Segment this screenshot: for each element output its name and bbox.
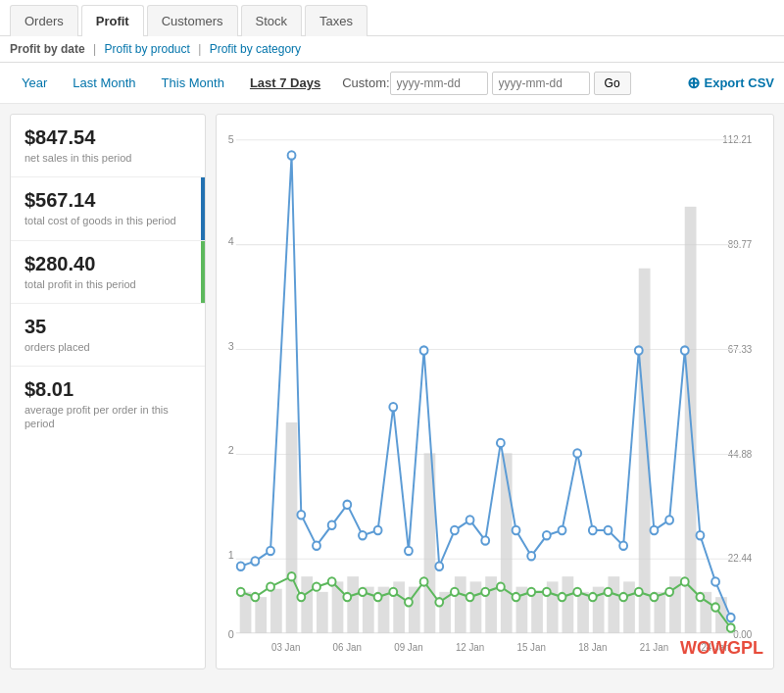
watermark-wow: WOW: [680, 638, 727, 658]
svg-point-79: [681, 346, 689, 354]
custom-label: Custom:: [342, 75, 389, 90]
svg-rect-24: [332, 581, 344, 632]
stat-cost-label: total cost of goods in this period: [24, 214, 191, 227]
export-csv-button[interactable]: ⊕ Export CSV: [687, 74, 774, 92]
svg-point-89: [328, 577, 336, 585]
svg-point-56: [328, 521, 336, 529]
separator: |: [93, 42, 96, 56]
svg-rect-34: [485, 576, 497, 633]
svg-point-73: [589, 526, 597, 534]
cost-bar-indicator: [201, 177, 205, 239]
profit-chart: 112.21 89.77 67.33 44.88 22.44 0.00 0 1 …: [226, 124, 763, 659]
svg-rect-40: [577, 592, 589, 633]
svg-point-50: [237, 562, 245, 569]
stat-cost-value: $567.14: [24, 189, 191, 212]
stat-avg-profit-value: $8.01: [24, 378, 191, 401]
svg-text:2: 2: [228, 444, 234, 456]
stat-avg-profit: $8.01 average profit per order in this p…: [11, 367, 205, 443]
svg-text:21 Jan: 21 Jan: [640, 641, 668, 652]
period-last-month[interactable]: Last Month: [61, 71, 147, 95]
svg-point-64: [451, 526, 459, 534]
svg-point-110: [651, 593, 659, 601]
custom-date-start[interactable]: [390, 72, 488, 95]
period-year[interactable]: Year: [10, 71, 59, 95]
stat-avg-profit-label: average profit per order in this period: [24, 403, 191, 431]
watermark-gpl: GPL: [727, 638, 763, 658]
svg-point-54: [297, 511, 305, 519]
svg-point-106: [589, 593, 597, 601]
subnav-current: Profit by date: [10, 42, 85, 56]
subnav-profit-by-category[interactable]: Profit by category: [210, 42, 301, 56]
svg-rect-42: [608, 576, 619, 633]
svg-point-77: [651, 526, 659, 534]
svg-point-55: [313, 542, 320, 550]
svg-point-90: [343, 593, 351, 601]
svg-point-101: [513, 593, 520, 601]
svg-point-78: [665, 516, 673, 523]
chart-area: 112.21 89.77 67.33 44.88 22.44 0.00 0 1 …: [216, 114, 774, 669]
svg-point-65: [466, 516, 474, 523]
stat-net-sales-value: $847.54: [24, 126, 191, 149]
plus-circle-icon: ⊕: [687, 74, 700, 92]
stat-orders: 35 orders placed: [11, 304, 205, 367]
svg-point-96: [435, 598, 443, 606]
stat-net-sales-label: net sales in this period: [24, 151, 191, 165]
svg-point-91: [359, 588, 367, 596]
svg-rect-44: [639, 269, 651, 633]
svg-point-94: [405, 598, 413, 606]
svg-point-97: [451, 588, 459, 596]
stats-panel: $847.54 net sales in this period $567.14…: [10, 114, 206, 669]
svg-point-52: [267, 547, 274, 555]
watermark: WOWGPL: [680, 638, 763, 659]
tab-orders[interactable]: Orders: [10, 5, 78, 36]
profit-bar-indicator: [201, 241, 205, 303]
svg-point-103: [543, 588, 551, 596]
svg-point-93: [389, 588, 397, 596]
svg-point-87: [297, 593, 305, 601]
main-content: $847.54 net sales in this period $567.14…: [0, 104, 784, 679]
svg-text:0: 0: [228, 628, 234, 640]
svg-rect-43: [623, 581, 635, 632]
svg-point-75: [619, 542, 627, 550]
svg-point-113: [697, 593, 705, 601]
svg-point-102: [527, 588, 535, 596]
svg-point-81: [711, 577, 719, 585]
go-button[interactable]: Go: [594, 72, 631, 95]
svg-rect-32: [455, 576, 466, 633]
svg-point-59: [374, 526, 382, 534]
svg-point-92: [374, 593, 382, 601]
svg-point-70: [543, 531, 551, 539]
svg-point-58: [359, 531, 367, 539]
stat-profit-value: $280.40: [24, 253, 191, 275]
svg-text:06 Jan: 06 Jan: [333, 641, 362, 652]
svg-point-108: [619, 593, 627, 601]
top-navigation: Orders Profit Customers Stock Taxes: [0, 0, 784, 36]
svg-point-57: [343, 501, 351, 509]
period-this-month[interactable]: This Month: [150, 71, 236, 95]
tab-customers[interactable]: Customers: [147, 5, 238, 36]
stat-orders-label: orders placed: [24, 340, 191, 354]
svg-point-111: [665, 588, 673, 596]
svg-text:5: 5: [228, 133, 234, 145]
separator2: |: [198, 42, 201, 56]
stat-total-profit: $280.40 total profit in this period: [11, 241, 205, 304]
tab-taxes[interactable]: Taxes: [305, 5, 368, 36]
stat-net-sales: $847.54 net sales in this period: [11, 115, 205, 177]
tab-profit[interactable]: Profit: [81, 5, 144, 36]
period-last-7-days[interactable]: Last 7 Days: [238, 71, 332, 95]
svg-point-62: [420, 346, 428, 354]
tab-stock[interactable]: Stock: [241, 5, 303, 36]
svg-rect-20: [270, 589, 282, 633]
svg-point-60: [389, 403, 397, 411]
svg-point-84: [251, 593, 259, 601]
svg-point-114: [711, 603, 719, 611]
sub-navigation: Profit by date | Profit by product | Pro…: [0, 36, 784, 63]
subnav-profit-by-product[interactable]: Profit by product: [105, 42, 190, 56]
svg-rect-21: [286, 422, 298, 633]
svg-rect-33: [470, 581, 482, 632]
svg-point-85: [267, 582, 274, 590]
date-filter-bar: Year Last Month This Month Last 7 Days C…: [0, 63, 784, 104]
svg-point-83: [237, 588, 245, 596]
svg-point-82: [727, 614, 735, 621]
custom-date-end[interactable]: [492, 72, 590, 95]
